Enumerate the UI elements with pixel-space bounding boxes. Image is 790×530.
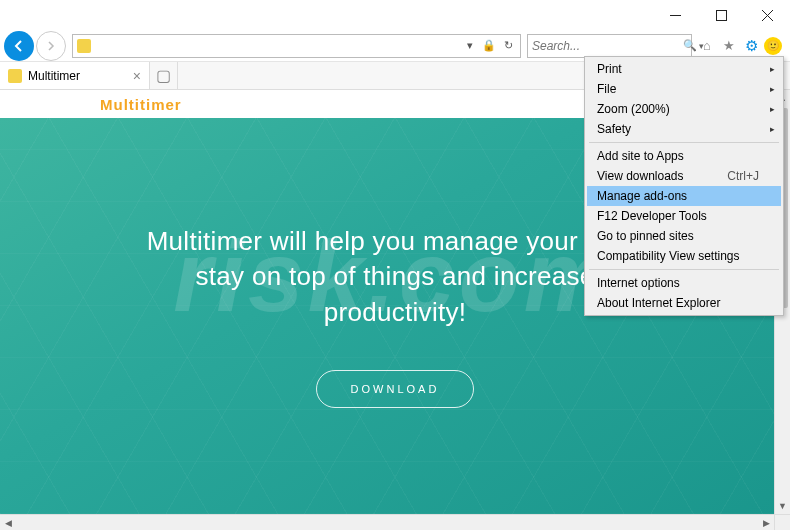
site-logo[interactable]: Multitimer — [100, 96, 182, 113]
search-bar[interactable]: 🔍 ▾ — [527, 34, 692, 58]
gear-icon[interactable]: ⚙ — [742, 37, 760, 55]
menu-item-print[interactable]: Print — [587, 59, 781, 79]
menu-item-label: View downloads — [597, 169, 684, 183]
window-titlebar — [0, 0, 790, 30]
menu-item-internet-options[interactable]: Internet options — [587, 273, 781, 293]
feedback-icon[interactable]: 🙂 — [764, 37, 782, 55]
scroll-right-icon[interactable]: ▶ — [758, 515, 774, 530]
menu-item-label: Zoom (200%) — [597, 102, 670, 116]
menu-item-file[interactable]: File — [587, 79, 781, 99]
menu-item-manage-add-ons[interactable]: Manage add-ons — [587, 186, 781, 206]
favorites-icon[interactable]: ★ — [720, 37, 738, 55]
menu-item-label: Internet options — [597, 276, 680, 290]
minimize-button[interactable] — [652, 0, 698, 30]
tab-multitimer[interactable]: Multitimer × — [0, 62, 150, 89]
menu-item-zoom-200[interactable]: Zoom (200%) — [587, 99, 781, 119]
tools-menu: PrintFileZoom (200%)SafetyAdd site to Ap… — [584, 56, 784, 316]
address-bar-icons: ▾ 🔒 ↻ — [462, 39, 516, 52]
hero-headline: Multitimer will help you manage your tim… — [135, 224, 655, 329]
new-tab-button[interactable]: ▢ — [150, 62, 178, 89]
address-input[interactable] — [95, 39, 458, 53]
forward-button[interactable] — [36, 31, 66, 61]
site-favicon — [77, 39, 91, 53]
menu-item-view-downloads[interactable]: View downloadsCtrl+J — [587, 166, 781, 186]
menu-item-shortcut: Ctrl+J — [727, 169, 759, 183]
menu-item-label: About Internet Explorer — [597, 296, 720, 310]
menu-item-label: F12 Developer Tools — [597, 209, 707, 223]
svg-rect-1 — [716, 10, 726, 20]
menu-item-label: Manage add-ons — [597, 189, 687, 203]
home-icon[interactable]: ⌂ — [698, 37, 716, 55]
menu-item-safety[interactable]: Safety — [587, 119, 781, 139]
menu-separator — [589, 269, 779, 270]
menu-item-label: Add site to Apps — [597, 149, 684, 163]
refresh-icon[interactable]: ↻ — [500, 39, 516, 52]
back-button[interactable] — [4, 31, 34, 61]
menu-item-add-site-to-apps[interactable]: Add site to Apps — [587, 146, 781, 166]
menu-item-compatibility-view-settings[interactable]: Compatibility View settings — [587, 246, 781, 266]
tab-favicon — [8, 69, 22, 83]
menu-item-label: File — [597, 82, 616, 96]
maximize-button[interactable] — [698, 0, 744, 30]
menu-item-label: Go to pinned sites — [597, 229, 694, 243]
menu-item-label: Compatibility View settings — [597, 249, 740, 263]
tab-label: Multitimer — [28, 69, 80, 83]
scroll-down-icon[interactable]: ▼ — [775, 498, 790, 514]
lock-icon[interactable]: 🔒 — [481, 39, 497, 52]
scrollbar-corner — [774, 514, 790, 530]
menu-item-go-to-pinned-sites[interactable]: Go to pinned sites — [587, 226, 781, 246]
address-bar[interactable]: ▾ 🔒 ↻ — [72, 34, 521, 58]
tab-close-icon[interactable]: × — [133, 68, 141, 84]
horizontal-scrollbar[interactable]: ◀ ▶ — [0, 514, 774, 530]
dropdown-icon[interactable]: ▾ — [462, 39, 478, 52]
download-button[interactable]: DOWNLOAD — [316, 370, 475, 408]
search-input[interactable] — [532, 39, 683, 53]
scroll-left-icon[interactable]: ◀ — [0, 515, 16, 530]
menu-item-label: Print — [597, 62, 622, 76]
toolbar-icons: ⌂ ★ ⚙ 🙂 — [694, 37, 786, 55]
close-button[interactable] — [744, 0, 790, 30]
menu-item-f12-developer-tools[interactable]: F12 Developer Tools — [587, 206, 781, 226]
menu-item-about-internet-explorer[interactable]: About Internet Explorer — [587, 293, 781, 313]
menu-item-label: Safety — [597, 122, 631, 136]
menu-separator — [589, 142, 779, 143]
